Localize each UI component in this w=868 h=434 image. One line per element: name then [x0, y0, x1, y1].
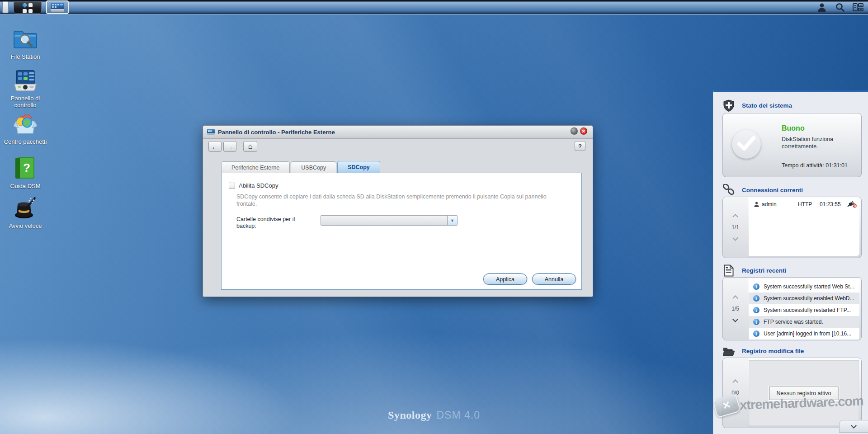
minimize-button[interactable] — [571, 127, 578, 135]
tab-label: USBCopy — [301, 165, 326, 171]
widget-title: Registri recenti — [742, 267, 786, 274]
forward-button[interactable]: → — [223, 141, 236, 152]
recent-logs-header: Registri recenti — [722, 264, 786, 277]
desktop-icon-label: Avvio veloce — [0, 222, 51, 229]
main-menu-square-icon — [28, 9, 33, 13]
user-account-icon[interactable] — [816, 2, 827, 13]
log-text: User [admin] logged in from [10.16... — [764, 330, 851, 337]
connections-list: admin HTTP 01:23:55 — [749, 199, 859, 256]
widget-collapse-button[interactable] — [839, 420, 868, 433]
svg-text:?: ? — [23, 161, 30, 175]
synology-logo-version: DSM 4.0 — [436, 409, 480, 421]
sdcopy-panel: Abilita SDCopy SDCopy consente di copiar… — [221, 173, 582, 290]
link-icon — [722, 184, 735, 196]
file-change-log-widget: 0/0 Nessun registro attivo — [722, 358, 862, 428]
tab-strip: Periferiche Esterne USBCopy SDCopy — [221, 161, 381, 173]
connection-user: admin — [762, 201, 777, 208]
disconnect-button[interactable] — [847, 201, 857, 208]
control-panel-window: Pannello di controllo - Periferiche Este… — [203, 125, 593, 297]
dsm-help-icon: ? — [13, 156, 38, 180]
window-titlebar[interactable]: Pannello di controllo - Periferiche Este… — [203, 126, 593, 139]
apply-button[interactable]: Applica — [483, 274, 527, 285]
disconnect-icon — [847, 201, 857, 208]
empty-log-box: Nessun registro attivo — [769, 387, 839, 400]
page-down-button[interactable] — [732, 235, 738, 241]
main-menu-square-icon — [23, 9, 27, 13]
synology-logo: Synology DSM 4.0 — [388, 409, 480, 421]
page-up-button[interactable] — [732, 295, 738, 301]
page-down-button[interactable] — [732, 401, 738, 406]
page-indicator: 1/5 — [731, 306, 739, 312]
file-log-area: Nessun registro attivo — [749, 360, 859, 425]
window-toolbar: ← → ⌂ ? — [203, 139, 593, 154]
home-button[interactable]: ⌂ — [243, 141, 257, 152]
desktop-icon-dsm-help[interactable]: ? Guida DSM — [0, 156, 51, 189]
page-indicator: 0/0 — [731, 390, 739, 396]
cancel-button[interactable]: Annulla — [532, 274, 576, 285]
quick-start-icon — [13, 196, 38, 220]
tab-usbcopy[interactable]: USBCopy — [291, 161, 336, 173]
page-down-button[interactable] — [732, 316, 738, 322]
connection-protocol: HTTP — [798, 201, 820, 208]
chevron-down-icon: ▼ — [450, 218, 454, 223]
widget-title: Stato del sistema — [742, 102, 792, 109]
desktop-icon-quick-start[interactable]: Avvio veloce — [0, 196, 51, 229]
info-icon: i — [753, 330, 760, 337]
file-log-pager: 0/0 — [723, 358, 748, 428]
user-silhouette-icon — [754, 202, 759, 207]
shared-folder-select[interactable]: ▼ — [321, 215, 458, 226]
tab-label: Periferiche Esterne — [231, 165, 279, 171]
taskbar — [0, 0, 868, 14]
log-text: FTP service was started. — [764, 319, 823, 325]
synology-logo-name: Synology — [388, 409, 432, 421]
enable-sdcopy-label: Abilita SDCopy — [239, 182, 278, 189]
main-menu-diamond-icon — [22, 2, 27, 8]
desktop-icon-label: Pannello di controllo — [0, 95, 51, 108]
close-icon: ✕ — [582, 129, 585, 134]
close-button[interactable]: ✕ — [580, 127, 587, 135]
help-button[interactable]: ? — [575, 141, 585, 151]
page-up-button[interactable] — [732, 379, 738, 385]
search-icon[interactable] — [835, 2, 845, 13]
connections-widget: 1/1 admin HTTP 01:23:55 — [722, 197, 862, 258]
widget-panel: Stato del sistema Buono DiskStation funz… — [713, 90, 868, 434]
info-icon: i — [753, 319, 760, 325]
package-center-icon — [13, 112, 38, 136]
help-icon: ? — [578, 143, 582, 150]
desktop-icon-file-station[interactable]: File Station — [0, 27, 51, 60]
enable-sdcopy-checkbox[interactable] — [229, 183, 235, 189]
logs-list: i System successfully started Web St... … — [749, 279, 859, 338]
log-row: i FTP service was started. — [749, 316, 859, 328]
shield-icon — [722, 99, 735, 112]
page-up-button[interactable] — [732, 214, 738, 220]
log-row: i User [admin] logged in from [10.16... — [749, 328, 859, 340]
log-text: System successfully started Web St... — [764, 283, 854, 290]
main-menu-square-icon — [28, 3, 33, 7]
tab-label: SDCopy — [348, 164, 370, 170]
back-button[interactable]: ← — [208, 141, 222, 152]
info-icon: i — [753, 295, 760, 302]
show-desktop-button[interactable] — [2, 1, 9, 13]
log-row: i System successfully enabled WebD... — [749, 292, 859, 304]
tab-sdcopy[interactable]: SDCopy — [337, 161, 380, 173]
desktop-icon-label: Guida DSM — [0, 183, 51, 189]
status-message: DiskStation funziona correttamente. — [782, 136, 856, 150]
log-text: System successfully enabled WebD... — [764, 295, 854, 302]
main-menu-button[interactable] — [14, 1, 42, 14]
log-row: i System successfully started Web St... — [749, 281, 859, 292]
file-change-log-header: Registro modifica file — [722, 345, 804, 357]
back-icon: ← — [212, 143, 218, 151]
taskbar-window-button[interactable] — [46, 0, 69, 14]
window-title: Pannello di controllo - Periferiche Este… — [218, 129, 335, 136]
desktop-icon-control-panel[interactable]: Pannello di controllo — [0, 68, 51, 108]
home-icon: ⌂ — [248, 142, 253, 151]
tab-periferiche-esterne[interactable]: Periferiche Esterne — [221, 161, 290, 173]
desktop-icon-label: Centro pacchetti — [0, 138, 51, 145]
pilot-view-icon[interactable] — [853, 2, 863, 13]
connection-row: admin HTTP 01:23:55 — [749, 199, 859, 210]
system-status-widget: Buono DiskStation funziona correttamente… — [722, 113, 862, 177]
desktop-icon-label: File Station — [0, 53, 51, 60]
desktop-icon-package-center[interactable]: Centro pacchetti — [0, 112, 51, 145]
connection-time: 01:23:55 — [820, 201, 847, 208]
status-text: Buono — [782, 124, 805, 132]
